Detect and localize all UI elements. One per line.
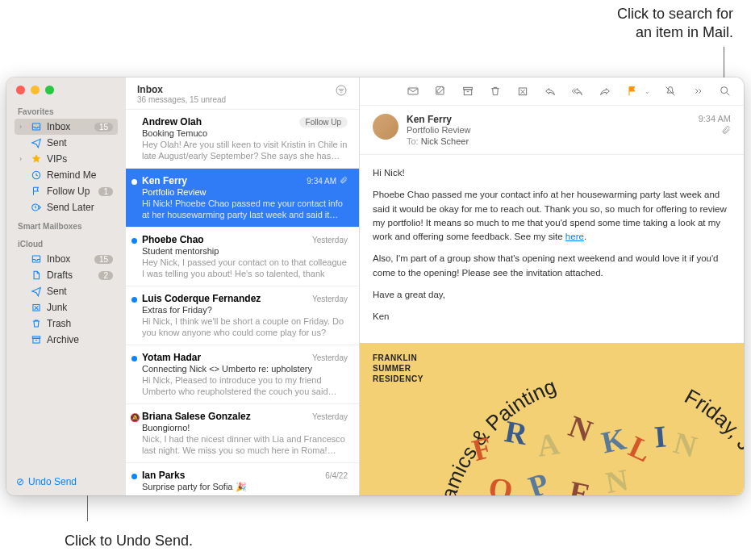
- clock-icon: [31, 169, 42, 181]
- filter-icon[interactable]: [335, 84, 348, 100]
- sidebar-item-inbox[interactable]: Inbox15: [15, 251, 118, 267]
- inbox-icon: [31, 121, 42, 132]
- fullscreen-window-button[interactable]: [45, 86, 54, 94]
- doc-icon: [31, 270, 42, 281]
- svg-point-5: [336, 86, 346, 95]
- sidebar-section-header[interactable]: Favorites: [15, 102, 118, 119]
- message-subject: Surprise party for Sofia 🎉: [142, 482, 348, 492]
- sidebar-item-trash[interactable]: Trash: [15, 316, 118, 332]
- sidebar-item-label: Trash: [47, 318, 113, 329]
- annotation-search: Click to search for an item in Mail.: [617, 5, 733, 43]
- chevron-right-icon[interactable]: ›: [19, 123, 26, 131]
- mail-date: 9:34 AM: [699, 114, 731, 123]
- flag-icon[interactable]: [625, 84, 640, 98]
- message-list-pane: Inbox 36 messages, 15 unread Andrew Olah…: [126, 77, 360, 495]
- sidebar-item-sent[interactable]: Sent: [15, 283, 118, 299]
- message-date: Yesterday: [312, 236, 348, 244]
- sidebar-item-sent[interactable]: Sent: [15, 135, 118, 151]
- junk-icon[interactable]: [515, 84, 530, 98]
- mail-subject: Portfolio Review: [407, 125, 691, 135]
- attachment-preview[interactable]: FRANKLIN SUMMER RESIDENCY Ceramics & Pai…: [360, 343, 744, 495]
- sidebar-item-label: Drafts: [47, 270, 94, 281]
- message-content-pane: ⌄ Ken Ferry Portfolio Review To: Nick Sc…: [360, 77, 744, 495]
- archive-icon[interactable]: [461, 84, 475, 98]
- message-sender: Luis Coderque Fernandez: [142, 293, 261, 304]
- mail-to-name[interactable]: Nick Scheer: [421, 136, 469, 146]
- mail-sender-name: Ken Ferry: [407, 114, 691, 125]
- flag-menu-chevron-icon[interactable]: ⌄: [645, 88, 650, 95]
- undo-icon: ⊘: [16, 476, 24, 487]
- message-row[interactable]: Luis Coderque FernandezYesterdayExtras f…: [126, 286, 359, 345]
- message-preview: Hi Nick, I think we'll be short a couple…: [142, 316, 348, 338]
- mailbox-subtitle: 36 messages, 15 unread: [137, 95, 226, 104]
- message-date: 6/4/22: [325, 471, 348, 480]
- minimize-window-button[interactable]: [31, 86, 40, 94]
- message-row[interactable]: 🔕Briana Salese GonzalezYesterdayBuongior…: [126, 404, 359, 463]
- mail-header: Ken Ferry Portfolio Review To: Nick Sche…: [360, 106, 744, 155]
- unread-dot-icon: [131, 356, 137, 361]
- sidebar-item-vips[interactable]: ›VIPs: [15, 151, 118, 167]
- mail-signature: Ken: [373, 310, 731, 324]
- close-window-button[interactable]: [16, 86, 25, 94]
- sidebar-item-inbox[interactable]: ›Inbox15: [15, 119, 118, 135]
- svg-rect-9: [464, 90, 471, 95]
- xbin-icon: [31, 302, 42, 313]
- sidebar-section-header[interactable]: iCloud: [15, 235, 118, 251]
- mail-window: Favorites›Inbox15Sent›VIPsRemind MeFollo…: [6, 77, 744, 495]
- sidebar-item-label: Inbox: [47, 121, 90, 132]
- sidebar-item-label: Junk: [47, 302, 113, 313]
- sidebar-item-archive[interactable]: Archive: [15, 332, 118, 348]
- reply-icon[interactable]: [543, 84, 557, 98]
- sidebar-item-drafts[interactable]: Drafts2: [15, 267, 118, 283]
- undo-send-button[interactable]: ⊘ Undo Send: [6, 468, 126, 495]
- sidebar-item-remind-me[interactable]: Remind Me: [15, 167, 118, 183]
- sender-avatar[interactable]: [373, 114, 398, 140]
- mail-to-label: To:: [407, 136, 419, 146]
- unread-dot-icon: [131, 238, 137, 244]
- message-subject: Buongiorno!: [142, 423, 348, 433]
- toolbar: ⌄: [360, 77, 744, 106]
- mail-paragraph-3: Have a great day,: [373, 288, 731, 302]
- sidebar-item-label: Remind Me: [47, 169, 113, 181]
- callout-line-top: [724, 47, 724, 79]
- message-row[interactable]: Ken Ferry9:34 AMPortfolio ReviewHi Nick!…: [126, 169, 359, 228]
- flag-icon: [31, 186, 42, 197]
- message-sender: Ken Ferry: [142, 175, 187, 186]
- sidebar-item-send-later[interactable]: Send Later: [15, 199, 118, 215]
- compose-icon[interactable]: [433, 84, 448, 98]
- attachment-icon[interactable]: [699, 125, 731, 137]
- sidebar-badge: 15: [94, 123, 113, 132]
- sidebar-item-label: Follow Up: [47, 186, 94, 197]
- message-preview: As you know, next weekend is our sweet S…: [142, 493, 348, 495]
- sidebar: Favorites›Inbox15Sent›VIPsRemind MeFollo…: [6, 77, 126, 495]
- sidebar-badge: 15: [94, 255, 113, 264]
- message-row[interactable]: Andrew OlahFollow UpBooking TemucoHey Ol…: [126, 110, 359, 169]
- sidebar-item-label: Send Later: [47, 202, 113, 213]
- mute-icon[interactable]: [663, 84, 678, 98]
- search-icon[interactable]: [718, 84, 732, 98]
- message-preview: Hey Olah! Are you still keen to visit Kr…: [142, 139, 348, 161]
- message-list-body[interactable]: Andrew OlahFollow UpBooking TemucoHey Ol…: [126, 110, 359, 495]
- message-row[interactable]: Yotam HadarYesterdayConnecting Nick <> U…: [126, 345, 359, 404]
- annotation-undo: Click to Undo Send.: [65, 532, 193, 550]
- sidebar-item-follow-up[interactable]: Follow Up1: [15, 183, 118, 199]
- message-row[interactable]: Ian Parks6/4/22Surprise party for Sofia …: [126, 463, 359, 495]
- sidebar-item-junk[interactable]: Junk: [15, 299, 118, 316]
- svg-rect-6: [408, 88, 418, 94]
- sidebar-section-header[interactable]: Smart Mailboxes: [15, 217, 118, 233]
- message-row[interactable]: Phoebe ChaoYesterdayStudent mentorshipHe…: [126, 228, 359, 286]
- message-date: Yesterday: [312, 353, 348, 362]
- forward-icon[interactable]: [598, 84, 612, 98]
- trash-icon[interactable]: [488, 84, 503, 98]
- mail-body[interactable]: Hi Nick! Phoebe Chao passed me your cont…: [360, 155, 744, 343]
- reply-all-icon[interactable]: [570, 84, 585, 98]
- callout-line-bottom: [87, 495, 88, 521]
- sidebar-item-label: Inbox: [47, 253, 90, 265]
- mail-paragraph-1: Phoebe Chao passed me your contact info …: [373, 188, 731, 244]
- more-icon[interactable]: [691, 84, 705, 98]
- mail-greeting: Hi Nick!: [373, 166, 731, 180]
- portfolio-link[interactable]: here: [565, 232, 584, 241]
- envelope-icon[interactable]: [406, 84, 420, 98]
- inbox-icon: [31, 253, 42, 265]
- chevron-right-icon[interactable]: ›: [19, 155, 26, 163]
